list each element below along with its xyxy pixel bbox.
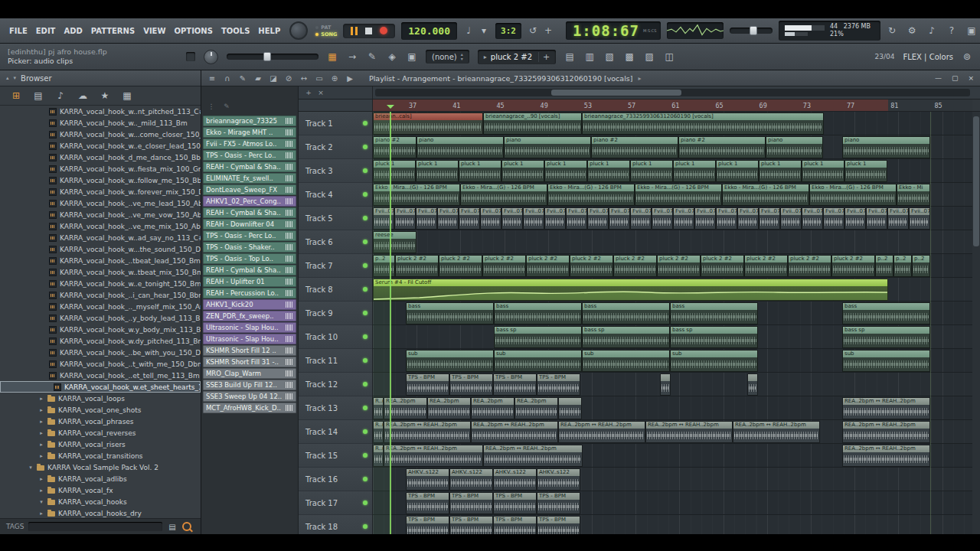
track-enable-led[interactable] (363, 311, 368, 315)
metronome-icon[interactable]: ♩ (463, 24, 474, 37)
audio-clip[interactable]: Fvii..07 - G (566, 207, 587, 230)
track-header[interactable]: Track 11 (299, 349, 372, 373)
pat-song-toggle[interactable]: PAT SONG (315, 24, 337, 37)
audio-clip[interactable]: Fvii..07 - G (373, 207, 394, 230)
track-header[interactable]: Track 16 (299, 468, 372, 491)
audio-clip[interactable]: pluck 1 (501, 160, 544, 182)
playlist-track-lane[interactable]: subsubsubsubsub (373, 349, 972, 373)
track-header[interactable]: Track 13 (299, 396, 372, 420)
audio-clip[interactable]: pluck 2 #2 (482, 255, 526, 277)
audio-clip[interactable]: piano (842, 136, 930, 158)
playlist-track-lane[interactable]: bassbassbassbassbass (373, 302, 972, 325)
playlist-track-lane[interactable]: R..mREA..2bpmREA..2bpmREA..2bpmREA..2bpm… (373, 396, 972, 420)
audio-clip[interactable]: Fvii..07 - G (759, 207, 780, 230)
audio-clip[interactable]: Ekko - Mi (897, 184, 930, 206)
track-enable-led[interactable] (363, 240, 368, 244)
picker-item[interactable]: REAH - Uplifter 01 (203, 276, 296, 287)
playlist-track-lane[interactable]: R..mREA..2bpm ↔ REAH..2bpmREA..2bpm ↔ RE… (373, 444, 972, 468)
menu-item-file[interactable]: FILE (8, 27, 29, 35)
picker-item[interactable]: MCT_AfroHW8_Kick_D.. (203, 403, 296, 413)
audio-clip[interactable]: Fvii..07 - G (652, 207, 673, 230)
automation-clip[interactable]: Serum #4 - Fil Cutoff (373, 279, 888, 301)
audio-clip[interactable]: bass (842, 302, 930, 324)
track-enable-led[interactable] (363, 358, 368, 363)
audio-clip[interactable]: Fvii..07 - G (780, 207, 802, 230)
playlist-track-lane[interactable]: R..mREA..2bpm ↔ REAH..2bpmREA..2bpm ↔ RE… (373, 420, 972, 444)
audio-clip[interactable]: pluck 1 (716, 160, 759, 182)
tools-icon[interactable]: ⚙ (906, 24, 917, 37)
browser-folder[interactable]: ▾KARRA Vocal Sample Pack Vol. 2 (0, 461, 201, 473)
audio-clip[interactable]: pluck 1 (844, 160, 887, 182)
audio-clip[interactable]: Ekko - Mira...(G) - 126 BPM (722, 184, 809, 206)
audio-clip[interactable]: R..m (373, 397, 384, 419)
track-header[interactable]: Track 7 (299, 254, 372, 278)
select-icon[interactable]: ▭ (313, 72, 325, 84)
audio-clip[interactable]: REA..2bpm ↔ REAH..2bpm (842, 397, 930, 419)
track-enable-led[interactable] (363, 192, 368, 197)
maximize-button[interactable]: ▢ (950, 74, 960, 82)
playlist-track-lane[interactable]: TPS - BPMTPS - BPMTPS - BPMTPS - BPM (373, 515, 972, 534)
add-track-button[interactable]: + (305, 86, 312, 99)
track-enable-led[interactable] (363, 168, 368, 173)
audio-clip[interactable]: pluck 2 #2 (439, 255, 482, 277)
track-enable-led[interactable] (363, 477, 368, 481)
audio-clip[interactable]: TPS - BPM (537, 516, 580, 534)
zoom-icon[interactable]: ⊕ (328, 72, 341, 84)
track-enable-led[interactable] (363, 121, 368, 126)
browser-folder[interactable]: ▸KARRA_vocal_hooks_dry (0, 507, 201, 518)
browser-file[interactable]: KARRA_vocal_hook_w.et_sheet_hearts_150_C (0, 381, 201, 393)
track-header[interactable]: Track 8 (299, 278, 372, 302)
audio-clip[interactable]: pluck 1 (630, 160, 673, 182)
audio-clip[interactable]: Fvii..07 - G (887, 207, 909, 230)
audio-clip[interactable]: REA..2bpm (384, 397, 427, 419)
audio-clip[interactable]: bass sp (670, 326, 758, 348)
audio-clip[interactable]: AHKV..s122 (449, 468, 493, 491)
audio-clip[interactable]: TPS - BPM (406, 516, 449, 534)
picker-item[interactable]: TPS - Oasis - Top Lo.. (203, 253, 296, 264)
play-pause-button[interactable] (351, 27, 358, 35)
audio-clip[interactable]: bass (582, 302, 670, 324)
shuffle-slider-handle[interactable] (263, 52, 271, 61)
track-enable-led[interactable] (363, 216, 368, 220)
audio-clip[interactable]: TPS - BPM (406, 492, 449, 514)
track-enable-led[interactable] (363, 287, 368, 292)
audio-clip[interactable]: Fvii..07 - G (416, 207, 437, 230)
track-header[interactable]: Track 14 (299, 420, 372, 444)
main-volume-handle[interactable] (750, 26, 757, 35)
cloud-icon[interactable]: ☁ (77, 90, 88, 102)
browser-file[interactable]: KARRA_vocal_hook_..i_can_hear_150_Bbm (0, 289, 201, 301)
menu-item-add[interactable]: ADD (62, 27, 83, 35)
audio-clip[interactable]: bass sp (582, 326, 670, 348)
file-icon[interactable]: ▤ (33, 90, 44, 102)
audio-clip[interactable]: Fvii..07 - G (673, 207, 694, 230)
track-header[interactable]: Track 5 (299, 207, 372, 230)
audio-clip[interactable]: R..m (373, 421, 384, 443)
picker-item[interactable]: TPS - Oasis - Perc Lo.. (203, 230, 296, 241)
add-marker-icon[interactable]: + (543, 24, 554, 37)
audio-clip[interactable]: Fvii..07 - G (587, 207, 609, 230)
mixer-icon[interactable]: ▩ (624, 51, 635, 63)
track-header[interactable]: Track 10 (299, 325, 372, 349)
browser-file[interactable]: KARRA_vocal_hook_..ve_me_lead_150_Abm (0, 197, 201, 209)
browser-file[interactable]: KARRA_vocal_hook_w..nt_pitched_113_C#m (0, 106, 201, 117)
track-header[interactable]: Track 12 (299, 373, 372, 396)
audio-clip[interactable]: pluck 1 (459, 160, 501, 182)
audio-clip[interactable] (747, 373, 758, 396)
audio-clip[interactable]: Ekko - Mira...(G) - 126 BPM (547, 184, 635, 206)
playlist-track-lane[interactable]: piano #2pianopianopiano #2piano #2pianop… (373, 135, 972, 159)
pencil-icon[interactable]: ✎ (237, 72, 249, 84)
audio-clip[interactable]: pluck 1 (673, 160, 716, 182)
playlist-track-lane[interactable]: TPS - BPMTPS - BPMTPS - BPMTPS - BPM (373, 373, 972, 396)
browser-file[interactable]: KARRA_vocal_hook_w...the_sound_150_Db (0, 243, 201, 255)
timeline-ruler[interactable]: 37414549535761656973778185 (373, 99, 972, 112)
audio-clip[interactable]: Ekko - Mira...(G) - 126 BPM (373, 184, 460, 206)
audio-clip[interactable]: pluck 1 (587, 160, 630, 182)
globe-icon[interactable]: ⊚ (962, 51, 972, 63)
track-enable-led[interactable] (363, 406, 368, 410)
picker-item[interactable]: MRO_Clap_Warm (203, 368, 296, 379)
playlist-track-lane[interactable]: reesee (373, 230, 972, 254)
audio-clip[interactable]: Fvii..07 - G (737, 207, 759, 230)
browser-file[interactable]: KARRA_vocal_hook_.._myself_mix_150_Am (0, 301, 201, 312)
audio-clip[interactable]: R..m (373, 445, 384, 467)
playlist-track-lane[interactable]: p..2pluck 2 #2pluck 2 #2pluck 2 #2pluck … (373, 254, 972, 278)
